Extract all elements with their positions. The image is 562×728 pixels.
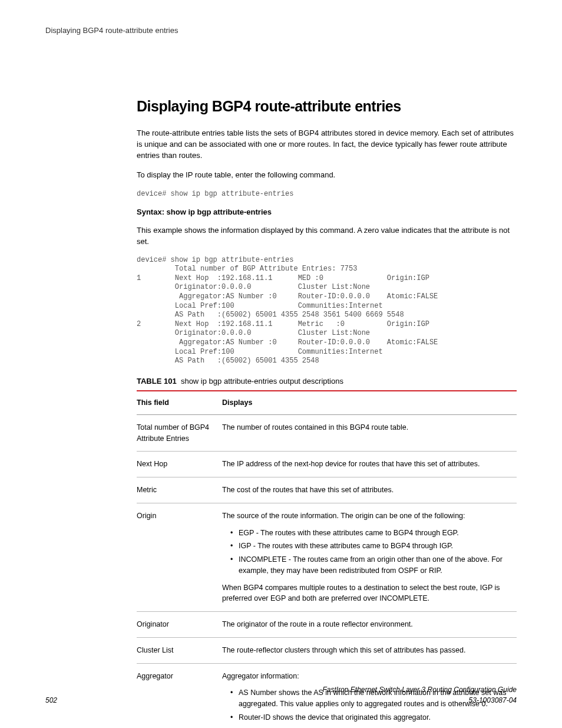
page-footer: 502 FastIron Ethernet Switch Layer 3 Rou… — [45, 684, 517, 706]
example-paragraph: This example shows the information displ… — [137, 225, 517, 248]
intro-paragraph-1: The route-attribute entries table lists … — [137, 128, 517, 162]
table-caption: TABLE 101 show ip bgp attribute-entries … — [137, 375, 517, 387]
field-cell: Total number of BGP4 Attribute Entries — [137, 414, 222, 452]
displays-cell: The IP address of the next-hop device fo… — [222, 452, 517, 477]
syntax-line: Syntax: show ip bgp attribute-entries — [137, 206, 517, 218]
page-number: 502 — [45, 695, 57, 706]
displays-cell: The cost of the routes that have this se… — [222, 477, 517, 503]
origin-list: EGP - The routes with these attributes c… — [222, 528, 512, 577]
table-header-row: This field Displays — [137, 391, 517, 414]
field-cell: Metric — [137, 477, 222, 503]
code-output: device# show ip bgp attribute-entries To… — [137, 256, 517, 366]
displays-cell: The number of routes contained in this B… — [222, 414, 517, 452]
footer-doc-info: FastIron Ethernet Switch Layer 3 Routing… — [322, 684, 517, 706]
table-row: Next Hop The IP address of the next-hop … — [137, 452, 517, 477]
list-item: EGP - The routes with these attributes c… — [230, 528, 512, 539]
field-cell: Originator — [137, 612, 222, 638]
origin-intro: The source of the route information. The… — [222, 510, 512, 522]
field-cell: Origin — [137, 503, 222, 611]
displays-cell: The source of the route information. The… — [222, 503, 517, 611]
table-caption-text: show ip bgp attribute-entries output des… — [181, 377, 343, 386]
col-displays: Displays — [222, 391, 517, 414]
page-title: Displaying BGP4 route-attribute entries — [137, 95, 517, 118]
table-row: Metric The cost of the routes that have … — [137, 477, 517, 503]
running-header: Displaying BGP4 route-attribute entries — [45, 25, 517, 37]
table-row: Origin The source of the route informati… — [137, 503, 517, 611]
displays-cell: The route-reflector clusters through whi… — [222, 637, 517, 663]
intro-paragraph-2: To display the IP route table, enter the… — [137, 170, 517, 181]
footer-docnum: 53-1003087-04 — [469, 696, 517, 704]
output-descriptions-table: This field Displays Total number of BGP4… — [137, 390, 517, 728]
list-item: INCOMPLETE - The routes came from an ori… — [230, 554, 512, 577]
field-cell: Next Hop — [137, 452, 222, 477]
table-row: Originator The originator of the route i… — [137, 612, 517, 638]
footer-guide: FastIron Ethernet Switch Layer 3 Routing… — [322, 686, 517, 694]
code-command-1: device# show ip bgp attribute-entries — [137, 189, 517, 199]
displays-cell: The originator of the route in a route r… — [222, 612, 517, 638]
table-number: TABLE 101 — [137, 377, 177, 386]
list-item: IGP - The routes with these attributes c… — [230, 541, 512, 552]
origin-outro: When BGP4 compares multiple routes to a … — [222, 582, 512, 605]
aggregator-intro: Aggregator information: — [222, 671, 512, 682]
list-item: Router-ID shows the device that originat… — [230, 712, 512, 723]
table-row: Total number of BGP4 Attribute Entries T… — [137, 414, 517, 452]
field-cell: Cluster List — [137, 637, 222, 663]
table-row: Cluster List The route-reflector cluster… — [137, 637, 517, 663]
col-this-field: This field — [137, 391, 222, 414]
